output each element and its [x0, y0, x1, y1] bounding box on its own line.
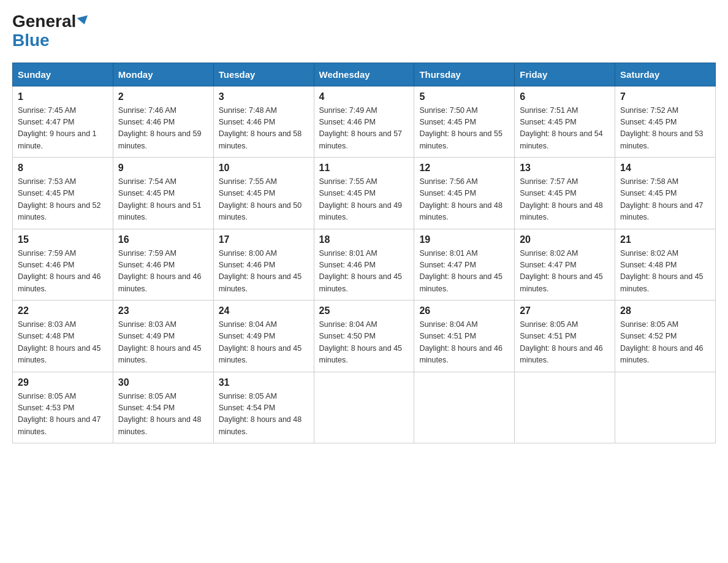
day-number: 25	[319, 305, 409, 316]
header-cell-friday: Friday	[515, 63, 615, 86]
calendar-cell: 18Sunrise: 8:01 AMSunset: 4:46 PMDayligh…	[314, 229, 414, 301]
calendar-cell: 17Sunrise: 8:00 AMSunset: 4:46 PMDayligh…	[213, 229, 314, 301]
day-info: Sunrise: 7:56 AMSunset: 4:45 PMDaylight:…	[419, 176, 509, 224]
day-number: 4	[319, 91, 409, 102]
logo-triangle-icon	[77, 15, 90, 26]
day-number: 26	[419, 305, 509, 316]
day-info: Sunrise: 8:02 AMSunset: 4:47 PMDaylight:…	[520, 248, 610, 296]
calendar-cell: 23Sunrise: 8:03 AMSunset: 4:49 PMDayligh…	[113, 301, 213, 372]
day-number: 19	[419, 234, 509, 245]
day-info: Sunrise: 8:04 AMSunset: 4:50 PMDaylight:…	[319, 319, 409, 367]
day-info: Sunrise: 8:05 AMSunset: 4:52 PMDaylight:…	[620, 319, 710, 367]
day-info: Sunrise: 7:49 AMSunset: 4:46 PMDaylight:…	[319, 105, 409, 153]
logo: General Blue	[12, 12, 89, 50]
calendar-week-row: 15Sunrise: 7:59 AMSunset: 4:46 PMDayligh…	[13, 229, 716, 301]
day-number: 27	[520, 305, 610, 316]
calendar-cell: 19Sunrise: 8:01 AMSunset: 4:47 PMDayligh…	[414, 229, 515, 301]
calendar-cell: 6Sunrise: 7:51 AMSunset: 4:45 PMDaylight…	[515, 86, 615, 158]
calendar-week-row: 8Sunrise: 7:53 AMSunset: 4:45 PMDaylight…	[13, 158, 716, 229]
day-number: 9	[118, 163, 208, 174]
calendar-week-row: 1Sunrise: 7:45 AMSunset: 4:47 PMDaylight…	[13, 86, 716, 158]
day-info: Sunrise: 7:46 AMSunset: 4:46 PMDaylight:…	[118, 105, 208, 153]
day-info: Sunrise: 7:58 AMSunset: 4:45 PMDaylight:…	[620, 176, 710, 224]
day-info: Sunrise: 7:52 AMSunset: 4:45 PMDaylight:…	[620, 105, 710, 153]
calendar-header: SundayMondayTuesdayWednesdayThursdayFrid…	[13, 63, 716, 86]
calendar-cell: 7Sunrise: 7:52 AMSunset: 4:45 PMDaylight…	[615, 86, 716, 158]
day-number: 14	[620, 163, 710, 174]
day-info: Sunrise: 7:45 AMSunset: 4:47 PMDaylight:…	[18, 105, 108, 153]
logo-blue-line: Blue	[12, 31, 89, 50]
day-number: 23	[118, 305, 208, 316]
day-number: 24	[219, 305, 309, 316]
day-number: 17	[219, 234, 309, 245]
header-row: SundayMondayTuesdayWednesdayThursdayFrid…	[13, 63, 716, 86]
calendar-cell: 13Sunrise: 7:57 AMSunset: 4:45 PMDayligh…	[515, 158, 615, 229]
day-info: Sunrise: 7:48 AMSunset: 4:46 PMDaylight:…	[219, 105, 309, 153]
calendar-week-row: 22Sunrise: 8:03 AMSunset: 4:48 PMDayligh…	[13, 301, 716, 372]
calendar-cell: 5Sunrise: 7:50 AMSunset: 4:45 PMDaylight…	[414, 86, 515, 158]
day-info: Sunrise: 7:51 AMSunset: 4:45 PMDaylight:…	[520, 105, 610, 153]
page-header: General Blue	[12, 12, 716, 50]
day-info: Sunrise: 8:05 AMSunset: 4:54 PMDaylight:…	[219, 391, 309, 439]
day-number: 30	[118, 377, 208, 388]
day-info: Sunrise: 8:05 AMSunset: 4:54 PMDaylight:…	[118, 391, 208, 439]
day-number: 18	[319, 234, 409, 245]
day-number: 2	[118, 91, 208, 102]
calendar-cell: 9Sunrise: 7:54 AMSunset: 4:45 PMDaylight…	[113, 158, 213, 229]
day-number: 16	[118, 234, 208, 245]
day-info: Sunrise: 8:05 AMSunset: 4:53 PMDaylight:…	[18, 391, 108, 439]
logo-general-line: General	[12, 12, 89, 31]
day-info: Sunrise: 8:01 AMSunset: 4:46 PMDaylight:…	[319, 248, 409, 296]
calendar-body: 1Sunrise: 7:45 AMSunset: 4:47 PMDaylight…	[13, 86, 716, 443]
day-number: 15	[18, 234, 108, 245]
calendar-cell: 2Sunrise: 7:46 AMSunset: 4:46 PMDaylight…	[113, 86, 213, 158]
calendar-cell: 27Sunrise: 8:05 AMSunset: 4:51 PMDayligh…	[515, 301, 615, 372]
calendar-cell: 3Sunrise: 7:48 AMSunset: 4:46 PMDaylight…	[213, 86, 314, 158]
day-info: Sunrise: 7:55 AMSunset: 4:45 PMDaylight:…	[319, 176, 409, 224]
day-info: Sunrise: 8:03 AMSunset: 4:49 PMDaylight:…	[118, 319, 208, 367]
calendar-table: SundayMondayTuesdayWednesdayThursdayFrid…	[12, 63, 716, 444]
header-cell-saturday: Saturday	[615, 63, 716, 86]
day-info: Sunrise: 8:03 AMSunset: 4:48 PMDaylight:…	[18, 319, 108, 367]
calendar-cell: 16Sunrise: 7:59 AMSunset: 4:46 PMDayligh…	[113, 229, 213, 301]
calendar-cell: 15Sunrise: 7:59 AMSunset: 4:46 PMDayligh…	[13, 229, 113, 301]
day-info: Sunrise: 8:01 AMSunset: 4:47 PMDaylight:…	[419, 248, 509, 296]
calendar-cell: 1Sunrise: 7:45 AMSunset: 4:47 PMDaylight…	[13, 86, 113, 158]
calendar-cell: 31Sunrise: 8:05 AMSunset: 4:54 PMDayligh…	[213, 372, 314, 443]
calendar-cell: 11Sunrise: 7:55 AMSunset: 4:45 PMDayligh…	[314, 158, 414, 229]
calendar-cell: 21Sunrise: 8:02 AMSunset: 4:48 PMDayligh…	[615, 229, 716, 301]
calendar-cell	[414, 372, 515, 443]
day-info: Sunrise: 7:59 AMSunset: 4:46 PMDaylight:…	[18, 248, 108, 296]
calendar-cell: 10Sunrise: 7:55 AMSunset: 4:45 PMDayligh…	[213, 158, 314, 229]
calendar-cell: 14Sunrise: 7:58 AMSunset: 4:45 PMDayligh…	[615, 158, 716, 229]
day-number: 8	[18, 163, 108, 174]
day-info: Sunrise: 7:53 AMSunset: 4:45 PMDaylight:…	[18, 176, 108, 224]
day-number: 7	[620, 91, 710, 102]
calendar-cell: 22Sunrise: 8:03 AMSunset: 4:48 PMDayligh…	[13, 301, 113, 372]
day-number: 22	[18, 305, 108, 316]
calendar-cell: 12Sunrise: 7:56 AMSunset: 4:45 PMDayligh…	[414, 158, 515, 229]
day-info: Sunrise: 7:57 AMSunset: 4:45 PMDaylight:…	[520, 176, 610, 224]
calendar-cell: 26Sunrise: 8:04 AMSunset: 4:51 PMDayligh…	[414, 301, 515, 372]
day-number: 13	[520, 163, 610, 174]
header-cell-thursday: Thursday	[414, 63, 515, 86]
day-number: 5	[419, 91, 509, 102]
calendar-cell: 20Sunrise: 8:02 AMSunset: 4:47 PMDayligh…	[515, 229, 615, 301]
calendar-cell: 25Sunrise: 8:04 AMSunset: 4:50 PMDayligh…	[314, 301, 414, 372]
calendar-cell: 28Sunrise: 8:05 AMSunset: 4:52 PMDayligh…	[615, 301, 716, 372]
day-number: 28	[620, 305, 710, 316]
calendar-cell: 29Sunrise: 8:05 AMSunset: 4:53 PMDayligh…	[13, 372, 113, 443]
calendar-cell: 30Sunrise: 8:05 AMSunset: 4:54 PMDayligh…	[113, 372, 213, 443]
day-number: 11	[319, 163, 409, 174]
calendar-cell	[515, 372, 615, 443]
header-cell-wednesday: Wednesday	[314, 63, 414, 86]
day-info: Sunrise: 7:54 AMSunset: 4:45 PMDaylight:…	[118, 176, 208, 224]
day-info: Sunrise: 8:02 AMSunset: 4:48 PMDaylight:…	[620, 248, 710, 296]
header-cell-sunday: Sunday	[13, 63, 113, 86]
day-info: Sunrise: 8:00 AMSunset: 4:46 PMDaylight:…	[219, 248, 309, 296]
day-number: 20	[520, 234, 610, 245]
calendar-cell: 24Sunrise: 8:04 AMSunset: 4:49 PMDayligh…	[213, 301, 314, 372]
day-info: Sunrise: 8:05 AMSunset: 4:51 PMDaylight:…	[520, 319, 610, 367]
day-info: Sunrise: 7:50 AMSunset: 4:45 PMDaylight:…	[419, 105, 509, 153]
day-number: 10	[219, 163, 309, 174]
